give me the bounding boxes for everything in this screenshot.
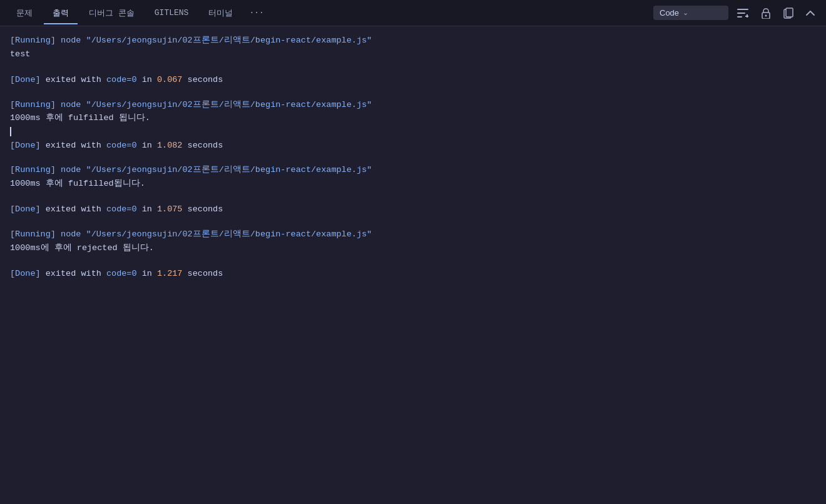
done-in-2: in xyxy=(142,141,157,150)
done-code-3: code=0 xyxy=(106,204,137,214)
tab-problems[interactable]: 문제 xyxy=(8,3,41,24)
output-panel: [Running] node "/Users/jeongsujin/02프론트/… xyxy=(0,26,826,504)
lock-icon[interactable] xyxy=(757,5,775,21)
done-text-1: exited with xyxy=(46,75,106,84)
output-block-2: [Running] node "/Users/jeongsujin/02프론트/… xyxy=(10,98,816,152)
output-block-3: [Running] node "/Users/jeongsujin/02프론트/… xyxy=(10,163,816,216)
svg-rect-0 xyxy=(737,9,748,10)
done-bracket-1: [Done] xyxy=(10,75,41,84)
running-line-4: [Running] node "/Users/jeongsujin/02프론트/… xyxy=(10,228,816,241)
output-text-1: test xyxy=(10,48,816,61)
svg-rect-1 xyxy=(737,13,745,14)
done-number-1: 0.067 xyxy=(157,75,183,84)
filter-icon[interactable] xyxy=(733,6,752,20)
done-line-4: [Done] exited with code=0 in 1.217 secon… xyxy=(10,267,816,281)
done-code-4: code=0 xyxy=(106,269,137,278)
chevron-down-icon: ⌄ xyxy=(683,9,688,17)
collapse-icon[interactable] xyxy=(802,8,818,19)
svg-point-6 xyxy=(765,14,767,16)
svg-rect-2 xyxy=(737,16,742,18)
done-number-3: 1.075 xyxy=(157,204,183,214)
running-line-3: [Running] node "/Users/jeongsujin/02프론트/… xyxy=(10,163,816,177)
tab-debug-console[interactable]: 디버그 콘솔 xyxy=(80,3,143,24)
tab-debug-console-label: 디버그 콘솔 xyxy=(89,9,135,18)
tab-terminal-label: 터미널 xyxy=(208,9,233,18)
done-in-4: in xyxy=(142,269,157,278)
done-seconds-3: seconds xyxy=(188,204,223,214)
done-seconds-4: seconds xyxy=(188,269,223,278)
tab-more-label: ··· xyxy=(249,8,263,18)
dropdown-value: Code xyxy=(660,8,679,18)
done-code-2: code=0 xyxy=(106,141,137,150)
text-cursor xyxy=(10,127,11,136)
tab-problems-label: 문제 xyxy=(16,9,33,18)
done-text-3: exited with xyxy=(46,204,106,214)
output-block-4: [Running] node "/Users/jeongsujin/02프론트/… xyxy=(10,228,816,281)
output-text-3: 1000ms 후에 fulfilled됩니다. xyxy=(10,177,816,191)
running-bracket-2: [Running] xyxy=(10,100,56,109)
header-actions: Code ⌄ xyxy=(653,5,818,21)
done-bracket-3: [Done] xyxy=(10,204,41,214)
done-line-3: [Done] exited with code=0 in 1.075 secon… xyxy=(10,203,816,216)
svg-rect-8 xyxy=(786,8,793,17)
done-seconds-1: seconds xyxy=(188,75,223,84)
done-text-2: exited with xyxy=(46,141,106,150)
done-code-1: code=0 xyxy=(106,75,137,84)
running-bracket-3: [Running] xyxy=(10,165,56,174)
done-in-3: in xyxy=(142,204,157,214)
done-number-2: 1.082 xyxy=(157,141,183,150)
running-line-1: [Running] node "/Users/jeongsujin/02프론트/… xyxy=(10,34,816,48)
output-text-2: 1000ms 후에 fulfilled 됩니다. xyxy=(10,111,816,125)
tab-gitlens-label: GITLENS xyxy=(155,8,189,18)
running-command-3: node "/Users/jeongsujin/02프론트/리액트/begin-… xyxy=(61,165,372,174)
done-line-2: [Done] exited with code=0 in 1.082 secon… xyxy=(10,139,816,153)
running-command-4: node "/Users/jeongsujin/02프론트/리액트/begin-… xyxy=(61,229,372,239)
tab-more[interactable]: ··· xyxy=(244,3,268,23)
output-text-4: 1000ms에 후에 rejected 됩니다. xyxy=(10,241,816,255)
running-bracket-1: [Running] xyxy=(10,36,56,45)
done-seconds-2: seconds xyxy=(188,141,223,150)
done-text-4: exited with xyxy=(46,269,106,278)
cursor-line xyxy=(10,125,816,139)
done-number-4: 1.217 xyxy=(157,269,183,278)
copy-icon[interactable] xyxy=(780,5,797,21)
running-line-2: [Running] node "/Users/jeongsujin/02프론트/… xyxy=(10,98,816,112)
done-line-1: [Done] exited with code=0 in 0.067 secon… xyxy=(10,73,816,87)
panel-header: 문제 출력 디버그 콘솔 GITLENS 터미널 ··· Code ⌄ xyxy=(0,0,826,26)
done-in-1: in xyxy=(142,75,157,84)
running-command-1: node "/Users/jeongsujin/02프론트/리액트/begin-… xyxy=(61,36,372,45)
tab-output[interactable]: 출력 xyxy=(44,3,78,24)
tab-gitlens[interactable]: GITLENS xyxy=(146,3,198,23)
output-block-1: [Running] node "/Users/jeongsujin/02프론트/… xyxy=(10,34,816,87)
done-bracket-2: [Done] xyxy=(10,141,41,150)
running-bracket-4: [Running] xyxy=(10,229,56,239)
done-bracket-4: [Done] xyxy=(10,269,41,278)
tab-output-label: 출력 xyxy=(53,9,69,18)
code-dropdown[interactable]: Code ⌄ xyxy=(653,6,728,20)
tab-terminal[interactable]: 터미널 xyxy=(200,3,242,24)
running-command-2: node "/Users/jeongsujin/02프론트/리액트/begin-… xyxy=(61,100,372,109)
